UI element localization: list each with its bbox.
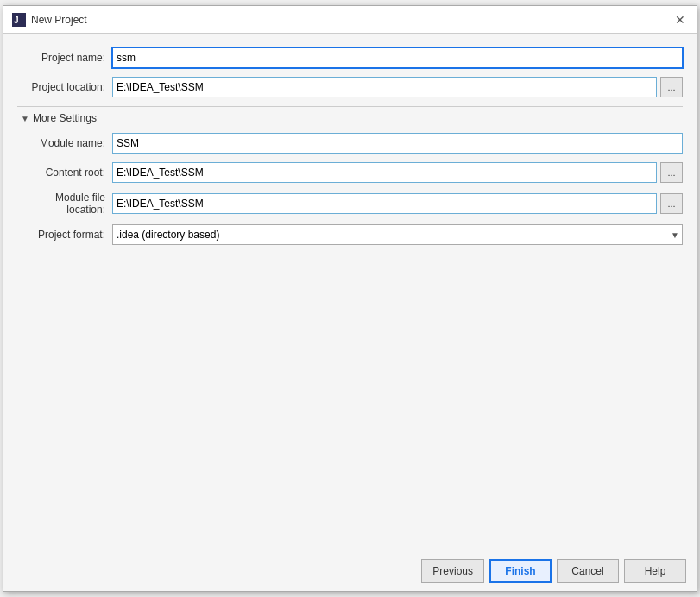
project-name-input-wrap (112, 47, 683, 68)
module-file-location-input[interactable] (112, 193, 657, 214)
cancel-button[interactable]: Cancel (557, 559, 619, 583)
more-settings-toggle[interactable]: ▼ More Settings (17, 107, 683, 129)
content-root-label: Content root: (17, 167, 112, 179)
project-format-label: Project format: (17, 229, 112, 241)
more-settings-section: ▼ More Settings Module name: Content roo… (17, 106, 683, 261)
finish-button[interactable]: Finish (489, 559, 552, 583)
help-button[interactable]: Help (624, 559, 686, 583)
project-format-row: Project format: .idea (directory based) … (17, 224, 683, 245)
project-location-label: Project location: (17, 81, 112, 93)
more-settings-chevron-icon: ▼ (21, 114, 29, 123)
app-icon: J (12, 13, 26, 27)
module-file-location-browse-button[interactable]: ... (660, 193, 683, 214)
module-file-location-input-wrap: ... (112, 193, 683, 214)
project-location-input[interactable] (112, 77, 657, 97)
new-project-dialog: J New Project ✕ Project name: (3, 5, 697, 592)
project-location-browse-button[interactable]: ... (660, 77, 683, 97)
content-root-browse-button[interactable]: ... (660, 162, 683, 183)
project-format-select-wrap: .idea (directory based) .ipr (file based… (112, 224, 683, 245)
previous-button[interactable]: Previous (421, 559, 484, 583)
project-location-row: Project location: ... (17, 77, 683, 97)
project-name-row: Project name: (17, 47, 683, 68)
svg-text:J: J (14, 16, 19, 25)
content-root-row: Content root: ... (17, 162, 683, 183)
module-name-row: Module name: (17, 133, 683, 154)
content-root-input[interactable] (112, 162, 657, 183)
dialog-title: New Project (31, 14, 87, 26)
module-name-input-wrap (112, 133, 683, 154)
dialog-footer: Previous Finish Cancel Help (3, 550, 697, 591)
project-name-input[interactable] (112, 47, 683, 68)
project-format-select[interactable]: .idea (directory based) .ipr (file based… (112, 224, 683, 245)
content-root-input-wrap: ... (112, 162, 683, 183)
more-settings-body: Module name: Content root: ... Module fi… (17, 129, 683, 261)
project-location-input-wrap: ... (112, 77, 683, 97)
close-button[interactable]: ✕ (672, 12, 688, 28)
module-file-location-label: Module file location: (17, 192, 112, 216)
title-bar: J New Project ✕ (3, 6, 697, 34)
module-name-input[interactable] (112, 133, 683, 154)
project-name-label: Project name: (17, 52, 112, 64)
dialog-content: Project name: Project location: ... ▼ Mo… (3, 34, 697, 550)
more-settings-label: More Settings (33, 112, 97, 124)
module-file-location-row: Module file location: ... (17, 192, 683, 216)
module-name-label: Module name: (17, 137, 112, 149)
project-format-input-wrap: .idea (directory based) .ipr (file based… (112, 224, 683, 245)
title-bar-left: J New Project (12, 13, 87, 27)
